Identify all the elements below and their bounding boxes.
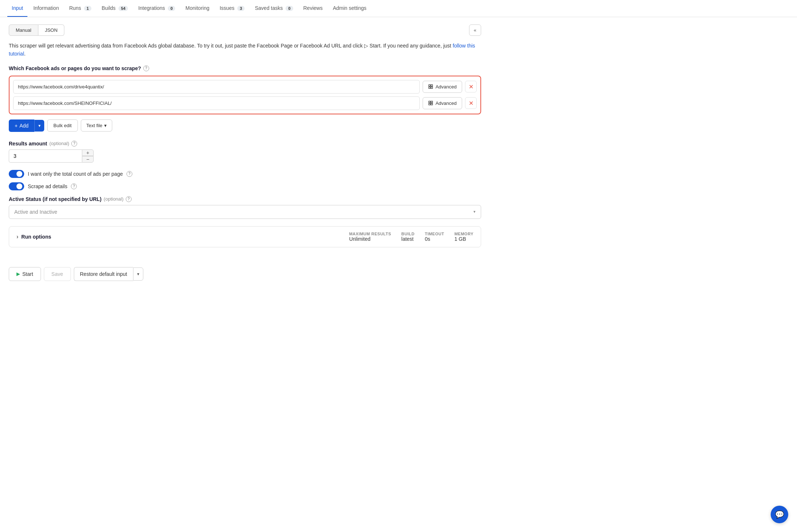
tab-admin-settings[interactable]: Admin settings [328, 0, 371, 17]
timeout-val: 0s [425, 236, 430, 242]
active-status-label-text: Active Status (if not specified by URL) [9, 196, 102, 202]
active-status-section: Active Status (if not specified by URL) … [9, 196, 481, 219]
toggle-total-count-row: I want only the total count of ads per p… [9, 170, 481, 178]
toggle-scrape-details-row: Scrape ad details ? [9, 182, 481, 190]
saved-tasks-badge: 0 [286, 6, 293, 11]
tab-saved-tasks[interactable]: Saved tasks 0 [250, 0, 297, 17]
description-text: This scraper will get relevant advertisi… [9, 42, 481, 58]
active-status-help-icon[interactable]: ? [126, 196, 132, 202]
url-section-label-text: Which Facebook ads or pages do you want … [9, 65, 141, 71]
integrations-badge: 0 [168, 6, 175, 11]
restore-btn-group: Restore default input ▾ [74, 267, 143, 281]
run-options-left[interactable]: › Run options [16, 233, 51, 240]
stepper-buttons: + − [82, 149, 94, 163]
tab-builds-label: Builds [102, 5, 116, 11]
svg-rect-5 [431, 101, 433, 103]
text-file-button[interactable]: Text file ▾ [81, 119, 112, 132]
url-row-2: Advanced ✕ [13, 96, 477, 110]
memory-val: 1 GB [454, 236, 466, 242]
remove-url-1-button[interactable]: ✕ [465, 81, 477, 92]
run-options-right: MAXIMUM RESULTS Unlimited BUILD latest T… [349, 232, 473, 242]
tab-integrations-label: Integrations [138, 5, 165, 11]
svg-rect-3 [431, 87, 433, 88]
url-section-help-icon[interactable]: ? [143, 65, 149, 71]
max-results-key: MAXIMUM RESULTS [349, 232, 391, 236]
url-section-label: Which Facebook ads or pages do you want … [9, 65, 481, 71]
add-dropdown-button[interactable]: ▾ [34, 120, 44, 132]
toggle-scrape-details-slider [9, 182, 24, 190]
build-val: latest [401, 236, 413, 242]
save-button[interactable]: Save [44, 267, 71, 281]
toggle-scrape-details[interactable] [9, 182, 24, 190]
tab-reviews[interactable]: Reviews [299, 0, 327, 17]
tab-saved-tasks-label: Saved tasks [255, 5, 283, 11]
tab-input[interactable]: Input [7, 0, 27, 17]
bulk-edit-button[interactable]: Bulk edit [47, 119, 78, 132]
advanced-icon-2 [428, 100, 433, 106]
collapse-button[interactable]: « [469, 24, 481, 36]
timeout-key: TIMEOUT [425, 232, 444, 236]
url-input-2[interactable] [13, 96, 420, 110]
start-button[interactable]: ▶ Start [9, 267, 41, 281]
increment-button[interactable]: + [82, 149, 94, 156]
active-status-chevron-icon: ▾ [473, 209, 476, 214]
url-input-container: Advanced ✕ Advanced ✕ [9, 76, 481, 114]
nav-tabs: Input Information Runs 1 Builds 54 Integ… [0, 0, 797, 17]
svg-rect-2 [429, 87, 430, 88]
manual-mode-button[interactable]: Manual [9, 24, 38, 36]
tab-runs-label: Runs [69, 5, 81, 11]
tab-integrations[interactable]: Integrations 0 [134, 0, 180, 17]
svg-rect-4 [429, 101, 430, 103]
results-input[interactable] [9, 149, 82, 163]
tab-builds[interactable]: Builds 54 [97, 0, 132, 17]
tab-input-label: Input [12, 5, 23, 11]
svg-rect-6 [429, 103, 430, 105]
input-mode-row: Manual JSON « [9, 24, 481, 36]
start-label: Start [22, 271, 33, 277]
build-key: BUILD [401, 232, 415, 236]
builds-badge: 54 [118, 6, 128, 11]
results-label: Results amount (optional) ? [9, 141, 481, 147]
description-text-before-link: This scraper will get relevant advertisi… [9, 43, 453, 49]
toggle-total-count-help-icon[interactable]: ? [126, 171, 132, 177]
toggle-total-count[interactable] [9, 170, 24, 178]
run-options-chevron-icon: › [16, 233, 18, 240]
text-file-label: Text file [86, 123, 102, 128]
active-status-label: Active Status (if not specified by URL) … [9, 196, 481, 202]
tab-runs[interactable]: Runs 1 [65, 0, 96, 17]
add-btn-group: + Add ▾ [9, 119, 44, 132]
run-option-build: BUILD latest [401, 232, 415, 242]
toggle-scrape-details-help-icon[interactable]: ? [71, 183, 77, 189]
url-input-1[interactable] [13, 80, 420, 94]
add-label: Add [19, 123, 29, 129]
run-option-timeout: TIMEOUT 0s [425, 232, 444, 242]
description-text-after-link: . [24, 51, 26, 57]
tab-information[interactable]: Information [29, 0, 63, 17]
advanced-button-1[interactable]: Advanced [423, 81, 462, 93]
restore-dropdown-button[interactable]: ▾ [133, 267, 143, 281]
svg-rect-1 [431, 85, 433, 86]
restore-default-button[interactable]: Restore default input [74, 267, 133, 281]
results-help-icon[interactable]: ? [71, 141, 77, 147]
json-mode-button[interactable]: JSON [38, 24, 65, 36]
tab-admin-settings-label: Admin settings [333, 5, 366, 11]
results-amount-section: Results amount (optional) ? + − [9, 141, 481, 163]
tab-monitoring-label: Monitoring [185, 5, 209, 11]
svg-rect-7 [431, 103, 433, 105]
main-content: Manual JSON « This scraper will get rele… [0, 17, 490, 262]
memory-key: MEMORY [454, 232, 473, 236]
toggle-total-count-slider [9, 170, 24, 178]
decrement-button[interactable]: − [82, 156, 94, 163]
max-results-val: Unlimited [349, 236, 370, 242]
run-options-label: Run options [21, 234, 51, 240]
tab-issues[interactable]: Issues 3 [215, 0, 249, 17]
remove-url-2-button[interactable]: ✕ [465, 97, 477, 109]
tab-monitoring[interactable]: Monitoring [181, 0, 214, 17]
url-row-1: Advanced ✕ [13, 80, 477, 94]
active-status-dropdown[interactable]: Active and Inactive ▾ [9, 205, 481, 219]
add-primary-button[interactable]: + Add [9, 119, 34, 132]
results-label-text: Results amount [9, 141, 47, 147]
text-file-chevron-icon: ▾ [104, 123, 107, 128]
advanced-button-2[interactable]: Advanced [423, 97, 462, 109]
runs-badge: 1 [84, 6, 91, 11]
